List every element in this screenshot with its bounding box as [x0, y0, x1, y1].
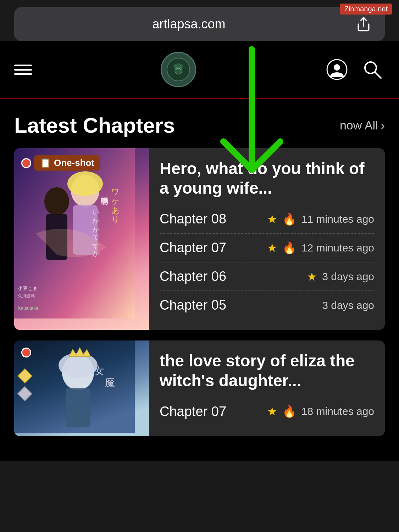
star-icon: ★ [267, 241, 277, 255]
red-dot-icon [21, 158, 31, 168]
svg-point-4 [334, 64, 340, 71]
manga-card-2[interactable]: 魔 女 the love story of eliza the witch's … [14, 340, 385, 436]
hamburger-menu[interactable] [14, 65, 32, 75]
svg-point-10 [67, 171, 103, 196]
cover-badge-2 [21, 348, 31, 358]
star-icon: ★ [267, 212, 277, 226]
star-icon: ★ [307, 270, 317, 283]
manga-cover-1: 幼妻は ワケあり いかがですか 小豆こま 久川航璃 Katsutake 📋 On… [14, 148, 149, 330]
fire-icon: 🔥 [282, 241, 297, 255]
chapter-meta: ★ 🔥 11 minutes ago [267, 212, 374, 226]
fire-icon: 🔥 [282, 212, 297, 226]
manga-card-1[interactable]: 幼妻は ワケあり いかがですか 小豆こま 久川航璃 Katsutake 📋 On… [14, 148, 385, 330]
manga-info-1: Hero, what do you think of a young wife.… [149, 148, 385, 330]
nav-right [325, 57, 385, 82]
chapter-item[interactable]: Chapter 06 ★ 3 days ago [160, 262, 374, 291]
section-title: Latest Chapters [14, 113, 175, 138]
book-emoji: 📋 [40, 157, 51, 168]
share-button[interactable] [353, 13, 374, 35]
show-all-link[interactable]: now All › [340, 118, 385, 132]
chapter-time: 18 minutes ago [301, 405, 374, 417]
nav-header [0, 41, 399, 99]
fire-icon: 🔥 [282, 405, 297, 418]
main-content: Latest Chapters now All › [0, 99, 399, 461]
user-icon[interactable] [325, 57, 349, 82]
site-logo[interactable] [161, 52, 196, 87]
chapter-meta: ★ 🔥 12 minutes ago [267, 241, 374, 255]
svg-text:小豆こま: 小豆こま [18, 286, 38, 291]
chapter-name: Chapter 08 [160, 211, 226, 227]
chapter-name: Chapter 06 [160, 269, 226, 284]
star-icon: ★ [267, 405, 277, 418]
svg-rect-22 [66, 388, 90, 427]
search-icon[interactable] [360, 57, 385, 82]
section-header: Latest Chapters now All › [14, 113, 385, 138]
chevron-right-icon: › [381, 118, 385, 132]
chapter-meta: ★ 3 days ago [307, 270, 374, 283]
show-all-label: now All [340, 118, 378, 132]
chapter-name: Chapter 05 [160, 298, 226, 313]
svg-text:久川航璃: 久川航璃 [18, 293, 35, 298]
chapter-list-2: Chapter 07 ★ 🔥 18 minutes ago [160, 398, 374, 426]
chapter-name: Chapter 07 [160, 404, 226, 419]
chapter-item[interactable]: Chapter 07 ★ 🔥 12 minutes ago [160, 234, 374, 262]
chapter-list-1: Chapter 08 ★ 🔥 11 minutes ago Chapter 07… [160, 205, 374, 319]
cover-placeholder-2: 魔 女 [14, 340, 149, 436]
manga-title-2[interactable]: the love story of eliza the witch's daug… [160, 351, 374, 390]
oneshot-label: One-shot [54, 157, 94, 168]
chapter-time: 3 days ago [322, 271, 374, 283]
chapter-time: 3 days ago [322, 299, 374, 311]
cover-placeholder-1: 幼妻は ワケあり いかがですか 小豆こま 久川航璃 Katsutake 📋 On… [14, 148, 149, 330]
browser-url[interactable]: artlapsa.com [25, 17, 353, 32]
svg-text:ワケあり: ワケあり [111, 184, 120, 223]
zinmanga-badge: Zinmanga.net [340, 4, 392, 15]
manga-title-1[interactable]: Hero, what do you think of a young wife.… [160, 159, 374, 198]
chapter-item[interactable]: Chapter 08 ★ 🔥 11 minutes ago [160, 205, 374, 234]
manga-info-2: the love story of eliza the witch's daug… [149, 340, 385, 436]
svg-text:Katsutake: Katsutake [18, 305, 38, 311]
oneshot-badge: 📋 One-shot [34, 155, 100, 171]
section-wrapper: Latest Chapters now All › [14, 113, 385, 138]
browser-bar: artlapsa.com [14, 7, 385, 41]
chapter-time: 11 minutes ago [301, 213, 374, 225]
chapter-meta: ★ 🔥 18 minutes ago [267, 405, 374, 418]
chapter-item[interactable]: Chapter 07 ★ 🔥 18 minutes ago [160, 398, 374, 426]
svg-point-11 [44, 187, 69, 216]
svg-line-6 [375, 72, 381, 78]
cover-badge: 📋 One-shot [21, 155, 100, 171]
chapter-meta: 3 days ago [322, 299, 374, 311]
chapter-item[interactable]: Chapter 05 3 days ago [160, 291, 374, 319]
red-dot-icon-2 [21, 348, 31, 358]
chapter-name: Chapter 07 [160, 240, 226, 255]
chapter-time: 12 minutes ago [301, 242, 374, 254]
manga-cover-2: 魔 女 [14, 340, 149, 436]
